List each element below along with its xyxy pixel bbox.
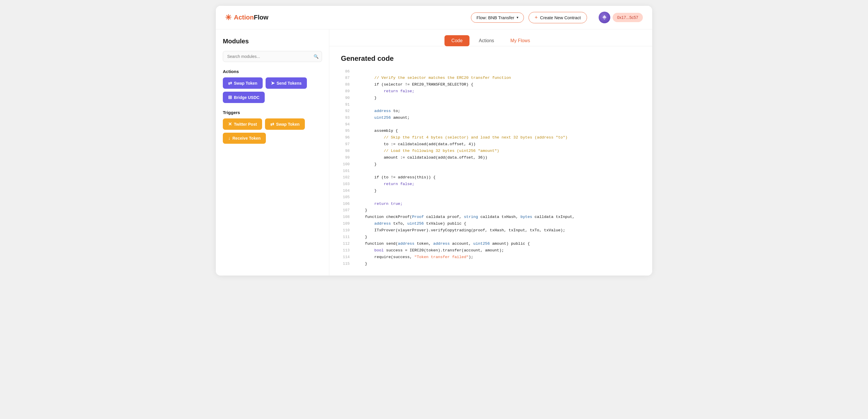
code-line: 92 address to; (341, 108, 641, 115)
bridge-usdc-action-button[interactable]: ⊞ Bridge USDC (223, 92, 265, 103)
header: ✳︎ ActionFlow Flow: BNB Transfer ▾ + Cre… (216, 6, 652, 29)
tab-actions[interactable]: Actions (472, 35, 501, 46)
create-contract-button[interactable]: + Create New Contract (529, 12, 587, 23)
code-line: 94 (341, 121, 641, 128)
svg-marker-0 (602, 15, 607, 18)
code-line: 104 } (341, 188, 641, 194)
code-line: 107 } (341, 207, 641, 214)
logo-action: Action (234, 14, 254, 21)
search-icon: 🔍 (314, 54, 318, 59)
tabs-bar: Code Actions My Flows (329, 29, 652, 46)
code-line: 108 function checkProof(Proof calldata p… (341, 214, 641, 220)
code-line: 106 return true; (341, 201, 641, 207)
main-layout: Modules 🔍 Actions ⇄ Swap Token ➤ Send To… (216, 29, 652, 275)
sidebar-title: Modules (223, 37, 322, 45)
logo-flow: Flow (254, 14, 268, 21)
code-line: 102 if (to != address(this)) { (341, 174, 641, 181)
code-line: 112 function send(address token, address… (341, 241, 641, 247)
tab-code[interactable]: Code (444, 35, 469, 46)
code-line: 97 to := calldataload(add(data.offset, 4… (341, 141, 641, 148)
eth-avatar[interactable] (599, 12, 610, 23)
code-line: 114 require(success, "Token transfer fai… (341, 254, 641, 261)
code-line: 105 (341, 194, 641, 201)
twitter-post-label: Twitter Post (234, 122, 257, 126)
app-container: ✳︎ ActionFlow Flow: BNB Transfer ▾ + Cre… (216, 6, 652, 275)
code-line: 96 // Skip the first 4 bytes (selector) … (341, 134, 641, 141)
code-line: 90 } (341, 95, 641, 101)
wallet-address[interactable]: 0x17...5c57 (613, 13, 643, 22)
bridge-usdc-label: Bridge USDC (234, 95, 259, 100)
triggers-section-label: Triggers (223, 110, 322, 115)
code-line: 88 if (selector != ERC20_TRANSFER_SELECT… (341, 82, 641, 88)
code-line: 109 address txTo, uint256 txValue) publi… (341, 220, 641, 227)
code-line: 113 bool success = IERC20(token).transfe… (341, 247, 641, 254)
send-icon: ➤ (271, 80, 275, 86)
swap-token-trigger-button[interactable]: ⇄ Swap Token (265, 118, 305, 130)
code-line: 99 amount := calldataload(add(data.offse… (341, 154, 641, 161)
code-line: 111 } (341, 234, 641, 241)
plus-icon: + (535, 14, 538, 21)
flow-selector-button[interactable]: Flow: BNB Transfer ▾ (471, 12, 524, 23)
actions-buttons-group: ⇄ Swap Token ➤ Send Tokens ⊞ Bridge USDC (223, 78, 322, 103)
code-line: 100 } (341, 161, 641, 168)
receive-token-label: Receive Token (232, 136, 260, 141)
code-block: 86 87 // Verify the selector matches the… (341, 68, 641, 267)
logo-text: ActionFlow (234, 14, 269, 21)
code-line: 95 assembly { (341, 128, 641, 134)
tab-my-flows[interactable]: My Flows (503, 35, 537, 46)
code-line: 98 // Load the following 32 bytes (uint2… (341, 148, 641, 154)
code-line: 89 return false; (341, 88, 641, 95)
code-line: 101 (341, 168, 641, 174)
logo-icon: ✳︎ (225, 13, 231, 22)
code-line: 110 ITxProver(vlayerProver).verifyCopytr… (341, 227, 641, 234)
search-container: 🔍 (223, 51, 322, 62)
code-line: 86 (341, 68, 641, 75)
wallet-section: 0x17...5c57 (599, 12, 643, 23)
code-container[interactable]: Generated code 86 87 // Verify the selec… (329, 46, 652, 275)
swap-trigger-icon: ⇄ (270, 121, 274, 127)
actions-section-label: Actions (223, 69, 322, 74)
create-contract-label: Create New Contract (540, 15, 581, 20)
sidebar: Modules 🔍 Actions ⇄ Swap Token ➤ Send To… (216, 29, 329, 275)
logo: ✳︎ ActionFlow (225, 13, 269, 22)
code-line: 115 } (341, 261, 641, 267)
twitter-icon: ✕ (228, 121, 232, 127)
receive-token-trigger-button[interactable]: ↓ Receive Token (223, 133, 266, 144)
code-title: Generated code (341, 54, 641, 63)
swap-token-action-button[interactable]: ⇄ Swap Token (223, 78, 263, 89)
twitter-post-trigger-button[interactable]: ✕ Twitter Post (223, 118, 262, 130)
bridge-icon: ⊞ (228, 95, 232, 100)
send-tokens-label: Send Tokens (277, 81, 302, 86)
receive-icon: ↓ (228, 136, 230, 141)
chevron-down-icon: ▾ (517, 16, 518, 20)
code-line: 87 // Verify the selector matches the ER… (341, 75, 641, 82)
code-line: 93 uint256 amount; (341, 115, 641, 121)
flow-label: Flow: BNB Transfer (476, 15, 514, 20)
swap-icon: ⇄ (228, 80, 232, 86)
swap-token-trigger-label: Swap Token (276, 122, 300, 126)
swap-token-label: Swap Token (234, 81, 257, 86)
code-line: 91 (341, 101, 641, 108)
triggers-buttons-group: ✕ Twitter Post ⇄ Swap Token ↓ Receive To… (223, 118, 322, 144)
code-line: 103 return false; (341, 181, 641, 188)
content-area: Code Actions My Flows Generated code 86 … (329, 29, 652, 275)
search-input[interactable] (223, 51, 322, 62)
send-tokens-action-button[interactable]: ➤ Send Tokens (266, 78, 307, 89)
